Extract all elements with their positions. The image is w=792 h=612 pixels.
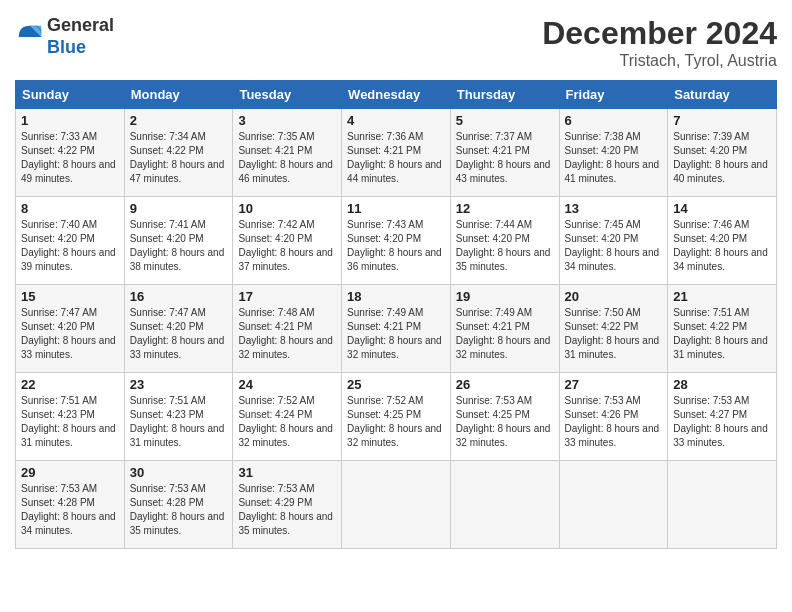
day-info: Sunrise: 7:37 AMSunset: 4:21 PMDaylight:… bbox=[456, 131, 551, 184]
calendar-table: Sunday Monday Tuesday Wednesday Thursday… bbox=[15, 80, 777, 549]
calendar-week-row: 15Sunrise: 7:47 AMSunset: 4:20 PMDayligh… bbox=[16, 285, 777, 373]
day-info: Sunrise: 7:51 AMSunset: 4:23 PMDaylight:… bbox=[130, 395, 225, 448]
table-row: 24Sunrise: 7:52 AMSunset: 4:24 PMDayligh… bbox=[233, 373, 342, 461]
table-row: 12Sunrise: 7:44 AMSunset: 4:20 PMDayligh… bbox=[450, 197, 559, 285]
table-row: 6Sunrise: 7:38 AMSunset: 4:20 PMDaylight… bbox=[559, 109, 668, 197]
table-row: 27Sunrise: 7:53 AMSunset: 4:26 PMDayligh… bbox=[559, 373, 668, 461]
day-number: 11 bbox=[347, 201, 445, 216]
day-number: 10 bbox=[238, 201, 336, 216]
table-row: 4Sunrise: 7:36 AMSunset: 4:21 PMDaylight… bbox=[342, 109, 451, 197]
day-info: Sunrise: 7:47 AMSunset: 4:20 PMDaylight:… bbox=[130, 307, 225, 360]
day-number: 21 bbox=[673, 289, 771, 304]
table-row bbox=[559, 461, 668, 549]
day-number: 2 bbox=[130, 113, 228, 128]
table-row: 22Sunrise: 7:51 AMSunset: 4:23 PMDayligh… bbox=[16, 373, 125, 461]
logo-icon bbox=[15, 22, 45, 52]
location-subtitle: Tristach, Tyrol, Austria bbox=[542, 52, 777, 70]
logo: General Blue bbox=[15, 15, 114, 58]
table-row: 5Sunrise: 7:37 AMSunset: 4:21 PMDaylight… bbox=[450, 109, 559, 197]
table-row: 25Sunrise: 7:52 AMSunset: 4:25 PMDayligh… bbox=[342, 373, 451, 461]
table-row bbox=[668, 461, 777, 549]
day-info: Sunrise: 7:39 AMSunset: 4:20 PMDaylight:… bbox=[673, 131, 768, 184]
table-row: 28Sunrise: 7:53 AMSunset: 4:27 PMDayligh… bbox=[668, 373, 777, 461]
day-number: 18 bbox=[347, 289, 445, 304]
header-sunday: Sunday bbox=[16, 81, 125, 109]
day-number: 19 bbox=[456, 289, 554, 304]
day-number: 28 bbox=[673, 377, 771, 392]
day-info: Sunrise: 7:49 AMSunset: 4:21 PMDaylight:… bbox=[347, 307, 442, 360]
day-info: Sunrise: 7:52 AMSunset: 4:25 PMDaylight:… bbox=[347, 395, 442, 448]
day-number: 26 bbox=[456, 377, 554, 392]
day-number: 31 bbox=[238, 465, 336, 480]
table-row: 1Sunrise: 7:33 AMSunset: 4:22 PMDaylight… bbox=[16, 109, 125, 197]
day-info: Sunrise: 7:51 AMSunset: 4:23 PMDaylight:… bbox=[21, 395, 116, 448]
day-number: 14 bbox=[673, 201, 771, 216]
day-number: 25 bbox=[347, 377, 445, 392]
calendar-week-row: 1Sunrise: 7:33 AMSunset: 4:22 PMDaylight… bbox=[16, 109, 777, 197]
table-row: 20Sunrise: 7:50 AMSunset: 4:22 PMDayligh… bbox=[559, 285, 668, 373]
page-header: General Blue December 2024 Tristach, Tyr… bbox=[15, 15, 777, 70]
header-thursday: Thursday bbox=[450, 81, 559, 109]
day-info: Sunrise: 7:49 AMSunset: 4:21 PMDaylight:… bbox=[456, 307, 551, 360]
day-number: 1 bbox=[21, 113, 119, 128]
day-info: Sunrise: 7:35 AMSunset: 4:21 PMDaylight:… bbox=[238, 131, 333, 184]
logo-text: General Blue bbox=[47, 15, 114, 58]
table-row: 7Sunrise: 7:39 AMSunset: 4:20 PMDaylight… bbox=[668, 109, 777, 197]
day-number: 23 bbox=[130, 377, 228, 392]
header-friday: Friday bbox=[559, 81, 668, 109]
table-row: 13Sunrise: 7:45 AMSunset: 4:20 PMDayligh… bbox=[559, 197, 668, 285]
day-number: 20 bbox=[565, 289, 663, 304]
table-row: 16Sunrise: 7:47 AMSunset: 4:20 PMDayligh… bbox=[124, 285, 233, 373]
calendar-week-row: 8Sunrise: 7:40 AMSunset: 4:20 PMDaylight… bbox=[16, 197, 777, 285]
day-info: Sunrise: 7:42 AMSunset: 4:20 PMDaylight:… bbox=[238, 219, 333, 272]
day-info: Sunrise: 7:33 AMSunset: 4:22 PMDaylight:… bbox=[21, 131, 116, 184]
day-info: Sunrise: 7:34 AMSunset: 4:22 PMDaylight:… bbox=[130, 131, 225, 184]
month-title: December 2024 bbox=[542, 15, 777, 52]
day-number: 16 bbox=[130, 289, 228, 304]
day-info: Sunrise: 7:45 AMSunset: 4:20 PMDaylight:… bbox=[565, 219, 660, 272]
table-row: 18Sunrise: 7:49 AMSunset: 4:21 PMDayligh… bbox=[342, 285, 451, 373]
table-row bbox=[342, 461, 451, 549]
day-number: 8 bbox=[21, 201, 119, 216]
table-row: 11Sunrise: 7:43 AMSunset: 4:20 PMDayligh… bbox=[342, 197, 451, 285]
day-info: Sunrise: 7:53 AMSunset: 4:25 PMDaylight:… bbox=[456, 395, 551, 448]
day-number: 4 bbox=[347, 113, 445, 128]
table-row: 21Sunrise: 7:51 AMSunset: 4:22 PMDayligh… bbox=[668, 285, 777, 373]
day-number: 30 bbox=[130, 465, 228, 480]
table-row: 8Sunrise: 7:40 AMSunset: 4:20 PMDaylight… bbox=[16, 197, 125, 285]
day-info: Sunrise: 7:51 AMSunset: 4:22 PMDaylight:… bbox=[673, 307, 768, 360]
day-info: Sunrise: 7:38 AMSunset: 4:20 PMDaylight:… bbox=[565, 131, 660, 184]
table-row: 19Sunrise: 7:49 AMSunset: 4:21 PMDayligh… bbox=[450, 285, 559, 373]
day-info: Sunrise: 7:53 AMSunset: 4:26 PMDaylight:… bbox=[565, 395, 660, 448]
day-info: Sunrise: 7:48 AMSunset: 4:21 PMDaylight:… bbox=[238, 307, 333, 360]
day-number: 9 bbox=[130, 201, 228, 216]
day-info: Sunrise: 7:41 AMSunset: 4:20 PMDaylight:… bbox=[130, 219, 225, 272]
table-row: 2Sunrise: 7:34 AMSunset: 4:22 PMDaylight… bbox=[124, 109, 233, 197]
day-number: 5 bbox=[456, 113, 554, 128]
day-info: Sunrise: 7:44 AMSunset: 4:20 PMDaylight:… bbox=[456, 219, 551, 272]
day-number: 24 bbox=[238, 377, 336, 392]
day-info: Sunrise: 7:36 AMSunset: 4:21 PMDaylight:… bbox=[347, 131, 442, 184]
table-row: 15Sunrise: 7:47 AMSunset: 4:20 PMDayligh… bbox=[16, 285, 125, 373]
day-number: 6 bbox=[565, 113, 663, 128]
table-row: 17Sunrise: 7:48 AMSunset: 4:21 PMDayligh… bbox=[233, 285, 342, 373]
day-info: Sunrise: 7:53 AMSunset: 4:28 PMDaylight:… bbox=[130, 483, 225, 536]
day-number: 27 bbox=[565, 377, 663, 392]
table-row bbox=[450, 461, 559, 549]
table-row: 3Sunrise: 7:35 AMSunset: 4:21 PMDaylight… bbox=[233, 109, 342, 197]
day-info: Sunrise: 7:47 AMSunset: 4:20 PMDaylight:… bbox=[21, 307, 116, 360]
day-number: 17 bbox=[238, 289, 336, 304]
table-row: 29Sunrise: 7:53 AMSunset: 4:28 PMDayligh… bbox=[16, 461, 125, 549]
day-number: 13 bbox=[565, 201, 663, 216]
table-row: 9Sunrise: 7:41 AMSunset: 4:20 PMDaylight… bbox=[124, 197, 233, 285]
calendar-week-row: 22Sunrise: 7:51 AMSunset: 4:23 PMDayligh… bbox=[16, 373, 777, 461]
day-info: Sunrise: 7:53 AMSunset: 4:27 PMDaylight:… bbox=[673, 395, 768, 448]
day-info: Sunrise: 7:40 AMSunset: 4:20 PMDaylight:… bbox=[21, 219, 116, 272]
table-row: 31Sunrise: 7:53 AMSunset: 4:29 PMDayligh… bbox=[233, 461, 342, 549]
day-number: 7 bbox=[673, 113, 771, 128]
header-saturday: Saturday bbox=[668, 81, 777, 109]
header-tuesday: Tuesday bbox=[233, 81, 342, 109]
day-info: Sunrise: 7:46 AMSunset: 4:20 PMDaylight:… bbox=[673, 219, 768, 272]
day-info: Sunrise: 7:53 AMSunset: 4:29 PMDaylight:… bbox=[238, 483, 333, 536]
day-info: Sunrise: 7:43 AMSunset: 4:20 PMDaylight:… bbox=[347, 219, 442, 272]
